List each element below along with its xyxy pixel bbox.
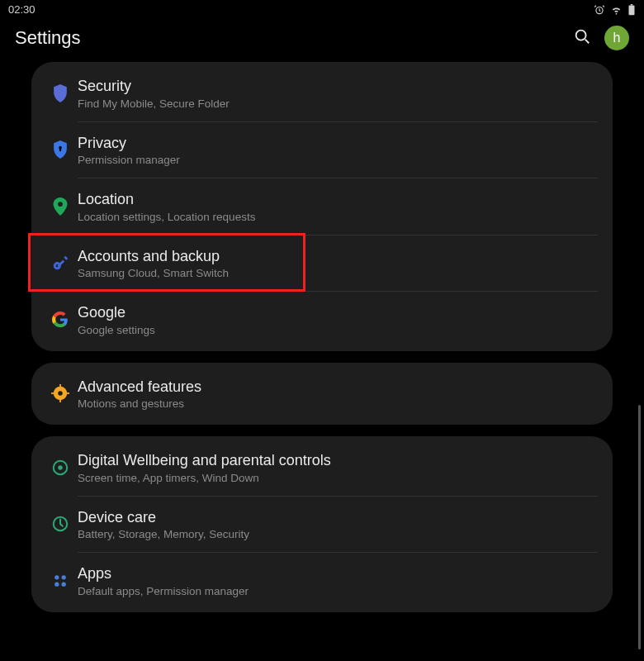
shield-solid-icon	[43, 84, 78, 102]
row-location[interactable]: Location Location settings, Location req…	[31, 178, 613, 235]
key-icon	[43, 254, 78, 272]
status-time: 02:30	[8, 3, 36, 16]
svg-point-7	[58, 202, 63, 207]
svg-point-23	[54, 582, 59, 586]
status-icons	[594, 4, 636, 16]
avatar-letter: h	[613, 31, 621, 45]
row-subtitle: Permission manager	[78, 154, 598, 166]
svg-rect-11	[64, 256, 68, 260]
row-title: Device care	[78, 508, 598, 527]
wellbeing-icon	[43, 459, 78, 477]
alarm-icon	[594, 4, 605, 16]
row-subtitle: Location settings, Location requests	[78, 211, 598, 223]
svg-point-21	[54, 575, 59, 579]
row-title: Digital Wellbeing and parental controls	[78, 451, 598, 470]
row-device-care[interactable]: Device care Battery, Storage, Memory, Se…	[31, 497, 613, 553]
row-title: Accounts and backup	[78, 247, 598, 266]
row-subtitle: Battery, Storage, Memory, Security	[78, 528, 598, 540]
gear-badge-icon	[43, 384, 78, 402]
row-accounts-backup[interactable]: Accounts and backup Samsung Cloud, Smart…	[31, 235, 613, 292]
svg-point-3	[576, 31, 586, 40]
header: Settings h	[0, 19, 644, 62]
row-subtitle: Default apps, Permission manager	[78, 585, 598, 597]
settings-list: Security Find My Mobile, Secure Folder P…	[0, 62, 644, 612]
row-subtitle: Samsung Cloud, Smart Switch	[78, 267, 598, 279]
svg-line-4	[585, 40, 590, 44]
row-title: Location	[78, 190, 598, 209]
row-title: Google	[78, 303, 598, 322]
location-pin-icon	[43, 197, 78, 216]
row-subtitle: Motions and gestures	[78, 397, 598, 410]
svg-rect-17	[66, 392, 69, 394]
svg-rect-16	[51, 392, 54, 394]
row-title: Advanced features	[78, 378, 598, 397]
row-privacy[interactable]: Privacy Permission manager	[31, 122, 613, 178]
settings-group: Advanced features Motions and gestures	[31, 363, 613, 426]
wifi-icon	[610, 4, 623, 16]
settings-group: Security Find My Mobile, Secure Folder P…	[31, 62, 613, 351]
row-subtitle: Find My Mobile, Secure Folder	[78, 97, 598, 110]
svg-rect-15	[59, 400, 61, 403]
shield-lock-icon	[43, 140, 78, 159]
svg-rect-1	[629, 5, 635, 15]
row-title: Privacy	[78, 134, 598, 153]
svg-point-22	[62, 575, 66, 579]
row-subtitle: Google settings	[78, 324, 598, 336]
row-google[interactable]: Google Google settings	[31, 292, 613, 348]
svg-point-13	[58, 392, 63, 397]
avatar[interactable]: h	[604, 26, 629, 50]
settings-group: Digital Wellbeing and parental controls …	[31, 436, 613, 612]
row-subtitle: Screen time, App timers, Wind Down	[78, 472, 598, 484]
svg-point-24	[62, 582, 66, 586]
row-advanced-features[interactable]: Advanced features Motions and gestures	[31, 366, 613, 422]
row-security[interactable]: Security Find My Mobile, Secure Folder	[31, 65, 613, 121]
battery-icon	[627, 4, 636, 16]
svg-rect-14	[59, 384, 61, 388]
svg-point-19	[58, 465, 63, 470]
google-g-icon	[43, 311, 78, 328]
row-title: Security	[78, 77, 598, 96]
row-digital-wellbeing[interactable]: Digital Wellbeing and parental controls …	[31, 440, 613, 496]
row-apps[interactable]: Apps Default apps, Permission manager	[31, 553, 613, 609]
device-care-icon	[43, 515, 78, 533]
apps-grid-icon	[43, 573, 78, 589]
search-icon[interactable]	[573, 27, 591, 49]
page-title: Settings	[15, 27, 81, 49]
svg-rect-6	[59, 149, 61, 152]
scroll-indicator[interactable]	[638, 405, 641, 649]
status-bar: 02:30	[0, 0, 644, 19]
row-title: Apps	[78, 564, 598, 583]
svg-rect-2	[631, 4, 633, 5]
